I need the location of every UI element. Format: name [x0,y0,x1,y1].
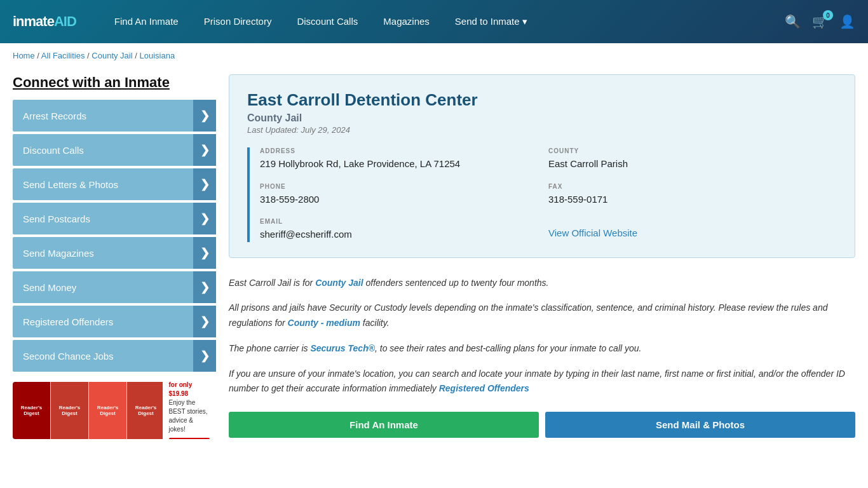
chevron-right-icon: ❯ [193,306,216,337]
chevron-right-icon: ❯ [193,340,216,372]
address-block: ADDRESS 219 Hollybrook Rd, Lake Providen… [260,147,548,172]
fax-label: FAX [548,183,837,190]
desc-para4: If you are unsure of your inmate's locat… [229,367,855,397]
email-label: EMAIL [260,218,548,225]
website-link[interactable]: View Official Website [548,227,637,238]
nav-discount-calls[interactable]: Discount Calls [284,0,370,43]
nav-magazines[interactable]: Magazines [370,0,442,43]
address-value: 219 Hollybrook Rd, Lake Providence, LA 7… [260,157,548,172]
breadcrumb-all-facilities[interactable]: All Facilities [41,51,85,60]
sidebar-item-send-money[interactable]: Send Money ❯ [13,271,216,303]
sidebar-item-label: Arrest Records [23,111,86,121]
sidebar-item-second-chance-jobs[interactable]: Second Chance Jobs ❯ [13,340,216,372]
chevron-right-icon: ❯ [193,271,216,303]
content-area: East Carroll Detention Center County Jai… [229,74,855,439]
rd-cover-1: Reader'sDigest [13,382,51,439]
sidebar-item-label: Registered Offenders [23,316,113,327]
facility-updated: Last Updated: July 29, 2024 [247,125,837,135]
desc-para1: East Carroll Jail is for County Jail off… [229,276,855,291]
sidebar-ad[interactable]: Reader'sDigest Reader'sDigest Reader'sDi… [13,382,216,439]
sidebar-menu: Arrest Records ❯ Discount Calls ❯ Send L… [13,100,216,372]
email-value: sheriff@ecsheriff.com [260,227,548,242]
county-value: East Carroll Parish [548,157,837,172]
breadcrumb: Home / All Facilities / County Jail / Lo… [0,43,868,68]
search-icon[interactable]: 🔍 [785,14,801,29]
chevron-right-icon: ❯ [193,100,216,132]
cart-badge: 0 [823,10,833,20]
find-inmate-button[interactable]: Find An Inmate [229,412,539,438]
facility-type: County Jail [247,112,837,124]
header: inmateAID Find An Inmate Prison Director… [0,0,868,43]
sidebar-title: Connect with an Inmate [13,74,216,91]
sidebar-item-send-postcards[interactable]: Send Postcards ❯ [13,203,216,234]
email-block: EMAIL sheriff@ecsheriff.com [260,218,548,242]
breadcrumb-county-jail[interactable]: County Jail [92,51,132,60]
website-label [548,218,837,225]
breadcrumb-home[interactable]: Home [13,51,35,60]
facility-name: East Carroll Detention Center [247,90,837,110]
rd-cover-3: Reader'sDigest [89,382,127,439]
county-block: COUNTY East Carroll Parish [548,147,837,172]
county-medium-link[interactable]: County - medium [288,318,360,328]
nav-send-to-inmate[interactable]: Send to Inmate ▾ [442,0,540,43]
county-jail-link[interactable]: County Jail [315,278,363,288]
sidebar-item-send-letters[interactable]: Send Letters & Photos ❯ [13,168,216,200]
address-label: ADDRESS [260,147,548,154]
fax-block: FAX 318-559-0171 [548,183,837,207]
rd-cover-2: Reader'sDigest [51,382,89,439]
phone-label: PHONE [260,183,548,190]
phone-block: PHONE 318-559-2800 [260,183,548,207]
sidebar-item-arrest-records[interactable]: Arrest Records ❯ [13,100,216,132]
sidebar-item-label: Second Chance Jobs [23,351,114,362]
desc-para3: The phone carrier is Securus Tech®, to s… [229,341,855,356]
fax-value: 318-559-0171 [548,193,837,207]
cart-icon[interactable]: 🛒 0 [812,14,828,29]
logo[interactable]: inmateAID [13,13,76,30]
chevron-right-icon: ❯ [193,203,216,234]
sidebar-item-label: Send Letters & Photos [23,179,118,190]
securus-link[interactable]: Securus Tech® [310,343,375,353]
sidebar-item-label: Send Magazines [23,248,94,259]
breadcrumb-state[interactable]: Louisiana [139,51,175,60]
sidebar-item-send-magazines[interactable]: Send Magazines ❯ [13,237,216,269]
rd-cover-4: Reader'sDigest [127,382,163,439]
sidebar-item-label: Discount Calls [23,145,84,156]
main-container: Connect with an Inmate Arrest Records ❯ … [0,68,868,452]
sidebar-item-discount-calls[interactable]: Discount Calls ❯ [13,134,216,166]
chevron-right-icon: ❯ [193,168,216,200]
subscribe-button[interactable]: Subscribe Now [169,438,210,439]
nav-find-inmate[interactable]: Find An Inmate [102,0,191,43]
phone-value: 318-559-2800 [260,193,548,207]
send-mail-button[interactable]: Send Mail & Photos [545,412,855,438]
registered-offenders-link[interactable]: Registered Offenders [439,383,529,393]
sidebar-item-label: Send Money [23,282,76,293]
county-label: COUNTY [548,147,837,154]
header-icons: 🔍 🛒 0 👤 [785,14,855,29]
sidebar: Connect with an Inmate Arrest Records ❯ … [13,74,216,439]
user-icon[interactable]: 👤 [839,14,855,29]
description: East Carroll Jail is for County Jail off… [229,271,855,402]
main-nav: Find An Inmate Prison Directory Discount… [102,0,785,43]
nav-prison-directory[interactable]: Prison Directory [191,0,285,43]
website-block: View Official Website [548,218,837,242]
sidebar-item-registered-offenders[interactable]: Registered Offenders ❯ [13,306,216,337]
ad-text: 1 Year Subscription for only $19.98 Enjo… [163,382,216,439]
sidebar-item-label: Send Postcards [23,214,90,224]
chevron-right-icon: ❯ [193,237,216,269]
bottom-buttons: Find An Inmate Send Mail & Photos [229,412,855,438]
facility-info-grid: ADDRESS 219 Hollybrook Rd, Lake Providen… [247,147,837,242]
ad-covers: Reader'sDigest Reader'sDigest Reader'sDi… [13,382,163,439]
facility-card: East Carroll Detention Center County Jai… [229,74,855,258]
desc-para2: All prisons and jails have Security or C… [229,301,855,331]
chevron-right-icon: ❯ [193,134,216,166]
